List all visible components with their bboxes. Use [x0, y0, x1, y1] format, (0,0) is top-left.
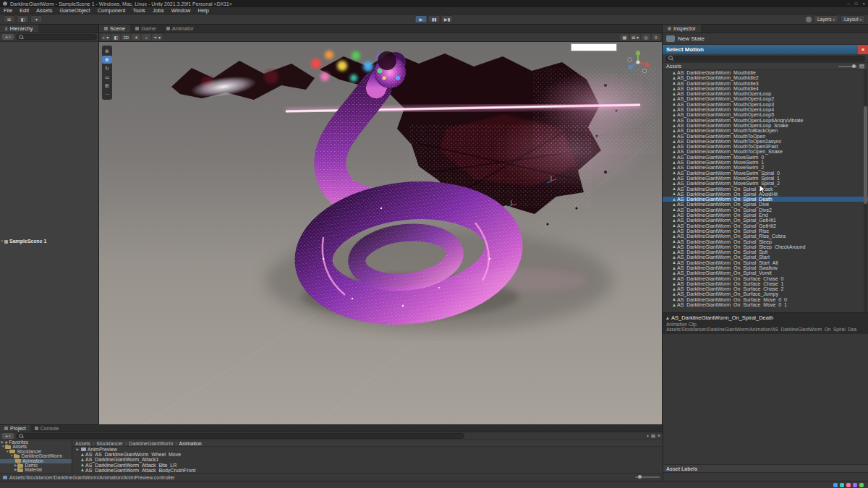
motion-item[interactable]: AS_DarklineGiantWorm_MoveSwim_Spiral_1	[663, 176, 868, 181]
account-icon[interactable]	[806, 17, 812, 22]
motion-item[interactable]: AS_DarklineGiantWorm_On_Spiral_Death	[663, 197, 868, 202]
motion-item[interactable]: AS_DarklineGiantWorm_On_Spiral_Dive2	[663, 207, 868, 213]
file-item[interactable]: AS_DarklineGiantWorm_Attack1	[72, 457, 663, 462]
motion-search-input[interactable]	[665, 56, 865, 61]
scene-tool-button[interactable]: ▭	[102, 73, 112, 81]
expander-icon[interactable]: ▶	[75, 447, 80, 452]
motion-item[interactable]: AS_DarklineGiantWorm_MouthIdle	[663, 70, 868, 75]
motion-item[interactable]: AS_DarklineGiantWorm_MouthOpenLoop	[663, 91, 868, 96]
breadcrumb-item[interactable]: Animation	[179, 441, 202, 446]
asset-labels-header[interactable]: Asset Labels	[663, 464, 868, 473]
menu-item[interactable]: Help	[194, 7, 212, 14]
pause-button[interactable]: ▮▮	[428, 15, 441, 23]
motion-item[interactable]: AS_DarklineGiantWorm_On_Spiral_Rise_Cobr…	[663, 234, 868, 239]
scene-toolbar-button[interactable]: ⊞ ▾	[630, 34, 640, 40]
hierarchy-item[interactable]: ▼ SampleScene 1	[0, 41, 99, 425]
menu-item[interactable]: Window	[168, 7, 195, 14]
file-item[interactable]: AS_DarklineGiantWorm_Attack_BodyCrushFro…	[72, 468, 663, 473]
close-window-button[interactable]: ×	[862, 1, 865, 6]
menu-item[interactable]: Component	[94, 7, 129, 14]
scene-toolbar-button[interactable]: ♪	[142, 34, 150, 40]
motion-item[interactable]: AS_DarklineGiantWorm_On_Surface_Move_0_1	[663, 302, 868, 307]
motion-item[interactable]: AS_DarklineGiantWorm_MouthIdle2	[663, 75, 868, 80]
motion-item[interactable]: AS_DarklineGiantWorm_MoveSwim_1	[663, 160, 868, 165]
play-button[interactable]: ▶	[415, 15, 427, 23]
scene-toolbar-button[interactable]: ☀	[132, 34, 140, 40]
motion-item[interactable]: AS_DarklineGiantWorm_On_Surface_Chase_1	[663, 281, 868, 286]
expander-icon[interactable]: ▼	[0, 454, 14, 458]
scene-toolbar-button[interactable]: 2D	[122, 34, 130, 40]
project-toolbar-icon[interactable]: ▤	[651, 433, 655, 439]
motion-item[interactable]: AS_DarklineGiantWorm_MouthOpenLoop5	[663, 112, 868, 117]
motion-item[interactable]: AS_DarklineGiantWorm_On_Surface_Chase_0	[663, 276, 868, 281]
motion-item[interactable]: AS_DarklineGiantWorm_MouthIdle3	[663, 81, 868, 86]
service-icon[interactable]	[833, 483, 838, 487]
scene-toolbar-button[interactable]: ◐ ▾	[101, 34, 110, 40]
motion-item[interactable]: AS_DarklineGiantWorm_MouthToOpen2async	[663, 139, 868, 144]
file-item[interactable]: AS_DarklineGiantWorm_Attack_Bite_LR	[72, 463, 663, 468]
motion-item[interactable]: AS_DarklineGiantWorm_On_Spiral_Start_All	[663, 260, 868, 265]
motion-item[interactable]: AS_DarklineGiantWorm_On_Spiral_End	[663, 213, 868, 218]
scene-toolbar-button[interactable]: ◧	[111, 34, 120, 40]
motion-item[interactable]: AS_DarklineGiantWorm_MoveSwim_2	[663, 165, 868, 170]
motion-item[interactable]: AS_DarklineGiantWorm_On_Spiral_Swallow	[663, 265, 868, 270]
toolbar-tool-button[interactable]: ▾	[30, 15, 43, 23]
project-add-button[interactable]: +▾	[2, 433, 14, 439]
scene-toolbar-button[interactable]: ✦ ▾	[152, 34, 162, 40]
motion-item[interactable]: AS_DarklineGiantWorm_On_Spiral_Rise	[663, 228, 868, 234]
view-tab[interactable]: Game	[130, 25, 161, 33]
motion-item[interactable]: AS_DarklineGiantWorm_MouthToOpen	[663, 134, 868, 139]
scene-tool-button[interactable]: ⋯	[102, 90, 112, 98]
bottom-tab[interactable]: Project	[0, 425, 30, 432]
hierarchy-search-input[interactable]	[16, 34, 97, 40]
project-toolbar-icon[interactable]: ≡	[658, 433, 660, 439]
toolbar-tool-button[interactable]: ⊞	[3, 15, 15, 23]
view-tab[interactable]: Animator	[161, 25, 199, 33]
motion-item[interactable]: AS_DarklineGiantWorm_On_Surface_Move_0_0	[663, 297, 868, 302]
close-icon[interactable]: ×	[858, 45, 868, 54]
motion-item[interactable]: AS_DarklineGiantWorm_On_Spiral_GetHit2	[663, 223, 868, 228]
scene-tool-button[interactable]: ↻	[102, 64, 112, 72]
file-item[interactable]: ▶ AnimPreview	[72, 447, 663, 452]
breadcrumb-item[interactable]: Stocklancer	[96, 441, 129, 446]
motion-item[interactable]: AS_DarklineGiantWorm_MouthIdle4	[663, 86, 868, 91]
motion-item[interactable]: AS_DarklineGiantWorm_MouthToBlackOpen	[663, 128, 868, 133]
motion-item[interactable]: AS_DarklineGiantWorm_On_Spiral_Spit	[663, 249, 868, 254]
scene-tool-button[interactable]: ⊕	[102, 56, 112, 64]
menu-item[interactable]: Tools	[129, 7, 149, 14]
project-toolbar-icon[interactable]: ◑	[646, 433, 649, 439]
service-icon[interactable]	[859, 483, 864, 487]
motion-item[interactable]: AS_DarklineGiantWorm_MoveSwim_0	[663, 155, 868, 160]
view-tab[interactable]: Scene	[99, 25, 130, 33]
layers-dropdown[interactable]: Layers▾	[814, 15, 838, 23]
menu-item[interactable]: Jobs	[149, 7, 168, 14]
scene-tool-button[interactable]: ⊛	[102, 47, 112, 55]
breadcrumb-item[interactable]: Assets	[75, 441, 96, 446]
scene-overlay-field[interactable]	[571, 43, 617, 51]
motion-item[interactable]: AS_DarklineGiantWorm_On_Spiral_Vomit	[663, 270, 868, 275]
motion-item[interactable]: AS_DarklineGiantWorm_On_Surface_Jumpy	[663, 291, 868, 296]
motion-item[interactable]: AS_DarklineGiantWorm_On_Spiral_Start	[663, 254, 868, 260]
tab-inspector[interactable]: Inspector	[663, 25, 701, 33]
tab-hierarchy[interactable]: ≡ Hierarchy	[0, 25, 38, 33]
menu-item[interactable]: Assets	[33, 7, 56, 14]
motion-item[interactable]: AS_DarklineGiantWorm_On_Spiral_Dive	[663, 202, 868, 207]
breadcrumb-item[interactable]: DarklineGiantWorm	[129, 441, 179, 446]
step-button[interactable]: ▶▮	[441, 15, 454, 23]
bottom-tab[interactable]: Console	[30, 425, 64, 432]
scene-toolbar-button[interactable]: ≡	[652, 34, 660, 40]
minimize-button[interactable]: –	[848, 1, 850, 6]
motion-item[interactable]: AS_DarklineGiantWorm_MouthOpenLoop4	[663, 107, 868, 112]
scene-viewport[interactable]: ⊛⊕↻▭⊞⋯	[99, 42, 663, 425]
menu-item[interactable]: File	[0, 7, 16, 14]
file-item[interactable]: AS_AS_DarklineGiantWorm_Wheel_Move	[72, 452, 663, 457]
grid-view-icon[interactable]	[859, 64, 864, 69]
scene-toolbar-button[interactable]: ▦	[620, 34, 629, 40]
menu-item[interactable]: Edit	[16, 7, 33, 14]
motion-item[interactable]: AS_DarklineGiantWorm_On_Spiral_GetHit1	[663, 218, 868, 223]
motion-item[interactable]: AS_DarklineGiantWorm_MouthOpenLoop6Angry…	[663, 118, 868, 123]
motion-list-scrollbar[interactable]	[864, 70, 867, 312]
scene-toolbar-button[interactable]: ◎	[642, 34, 650, 40]
service-icon[interactable]	[853, 483, 857, 487]
expander-icon[interactable]: ▶	[0, 468, 17, 472]
